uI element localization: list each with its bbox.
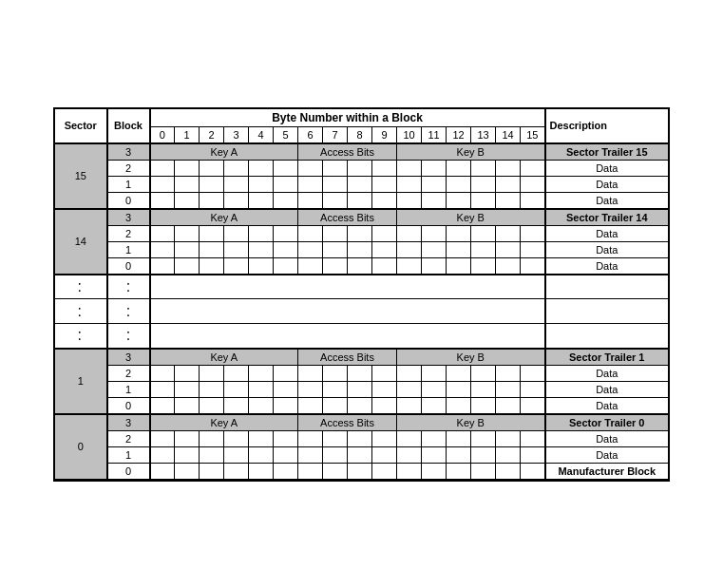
sector-0-label: 0: [55, 414, 107, 480]
b15-2-0: [150, 160, 175, 176]
sector-0-block0-desc: Manufacturer Block: [545, 463, 669, 480]
sector-15-label: 15: [55, 143, 107, 209]
sector-1-keya: Key A: [150, 349, 298, 366]
dots-bytes-3: [150, 324, 545, 349]
sector-14-label: 14: [55, 209, 107, 275]
byte-6: 6: [298, 126, 323, 143]
dots-sector-1: :: [55, 275, 107, 299]
sector-0-block0-row: 0 Manufacturer Block: [55, 463, 669, 480]
byte-7: 7: [323, 126, 348, 143]
sector-0-block3-row: 0 3 Key A Access Bits Key B Sector Trail…: [55, 414, 669, 431]
b15-2-10: [397, 160, 422, 176]
sector-1-block1-row: 1 Data: [55, 381, 669, 397]
sector-14-block0-desc: Data: [545, 257, 669, 275]
b15-2-12: [447, 160, 471, 176]
sector-15-block2-row: 2 Data: [55, 160, 669, 176]
sector-0-keyb: Key B: [397, 414, 545, 431]
sector-15-block1-desc: Data: [545, 176, 669, 192]
dots-bytes-1: [150, 275, 545, 299]
b15-2-9: [372, 160, 397, 176]
sector-0-keya: Key A: [150, 414, 298, 431]
dots-desc-1: [545, 275, 669, 299]
sector-14-access: Access Bits: [298, 209, 397, 226]
sector-0-block1: 1: [107, 446, 150, 463]
sector-0-block2-row: 2 Data: [55, 430, 669, 446]
byte-12: 12: [447, 126, 471, 143]
sector-1-block2: 2: [107, 365, 150, 381]
sector-1-block0-row: 0 Data: [55, 397, 669, 414]
byte-2: 2: [200, 126, 224, 143]
b15-2-11: [422, 160, 447, 176]
sector-14-block1-desc: Data: [545, 241, 669, 257]
sector-15-desc: Sector Trailer 15: [545, 143, 669, 161]
sector-1-desc: Sector Trailer 1: [545, 349, 669, 366]
sector-0-block1-row: 1 Data: [55, 446, 669, 463]
byte-5: 5: [274, 126, 298, 143]
sector-0-desc: Sector Trailer 0: [545, 414, 669, 431]
sector-1-keyb: Key B: [397, 349, 545, 366]
sector-14-keyb: Key B: [397, 209, 545, 226]
sector-0-access: Access Bits: [298, 414, 397, 431]
sector-0-block1-desc: Data: [545, 446, 669, 463]
dots-bytes-2: [150, 299, 545, 324]
b15-2-8: [348, 160, 372, 176]
mifare-layout-table: Sector Block Byte Number within a Block …: [53, 107, 670, 482]
sector-15-access: Access Bits: [298, 143, 397, 161]
b15-2-4: [249, 160, 274, 176]
sector-14-block0-row: 0 Data: [55, 257, 669, 275]
b15-2-5: [274, 160, 298, 176]
dots-desc-3: [545, 324, 669, 349]
dots-block-2: :: [107, 299, 150, 324]
byte-0: 0: [150, 126, 175, 143]
b15-2-13: [471, 160, 496, 176]
sector-1-block3-row: 1 3 Key A Access Bits Key B Sector Trail…: [55, 349, 669, 366]
sector-0-block2: 2: [107, 430, 150, 446]
sector-0-block0: 0: [107, 463, 150, 480]
sector-15-block2-desc: Data: [545, 160, 669, 176]
sector-15-block3: 3: [107, 143, 150, 161]
dots-desc-2: [545, 299, 669, 324]
dots-row-1: : :: [55, 275, 669, 299]
b15-2-3: [224, 160, 249, 176]
b15-2-6: [298, 160, 323, 176]
sector-14-block2: 2: [107, 225, 150, 241]
b15-2-7: [323, 160, 348, 176]
sector-15-block2: 2: [107, 160, 150, 176]
sector-14-desc: Sector Trailer 14: [545, 209, 669, 226]
byte-3: 3: [224, 126, 249, 143]
sector-15-keyb: Key B: [397, 143, 545, 161]
sector-14-keya: Key A: [150, 209, 298, 226]
sector-1-label: 1: [55, 349, 107, 414]
sector-14-block2-desc: Data: [545, 225, 669, 241]
sector-1-block1: 1: [107, 381, 150, 397]
sector-1-block0-desc: Data: [545, 397, 669, 414]
b15-2-2: [200, 160, 224, 176]
sector-14-block1: 1: [107, 241, 150, 257]
b15-2-15: [521, 160, 545, 176]
byte-10: 10: [397, 126, 422, 143]
sector-15-block0-desc: Data: [545, 192, 669, 209]
byte-1: 1: [175, 126, 200, 143]
byte-9: 9: [372, 126, 397, 143]
dots-row-2: : :: [55, 299, 669, 324]
sector-14-block1-row: 1 Data: [55, 241, 669, 257]
sector-15-block1: 1: [107, 176, 150, 192]
sector-14-block0: 0: [107, 257, 150, 275]
sector-1-block0: 0: [107, 397, 150, 414]
b15-2-1: [175, 160, 200, 176]
sector-1-block1-desc: Data: [545, 381, 669, 397]
sector-15-block0-row: 0 Data: [55, 192, 669, 209]
sector-1-block2-row: 2 Data: [55, 365, 669, 381]
sector-0-block3: 3: [107, 414, 150, 431]
byte-4: 4: [249, 126, 274, 143]
byte-13: 13: [471, 126, 496, 143]
byte-number-header: Byte Number within a Block: [150, 108, 545, 126]
sector-1-access: Access Bits: [298, 349, 397, 366]
sector-14-block3: 3: [107, 209, 150, 226]
sector-15-block1-row: 1 Data: [55, 176, 669, 192]
sector-15-block3-row: 15 3 Key A Access Bits Key B Sector Trai…: [55, 143, 669, 161]
dots-sector-2: :: [55, 299, 107, 324]
sector-1-block3: 3: [107, 349, 150, 366]
dots-block-3: :: [107, 324, 150, 349]
dots-sector-3: :: [55, 324, 107, 349]
